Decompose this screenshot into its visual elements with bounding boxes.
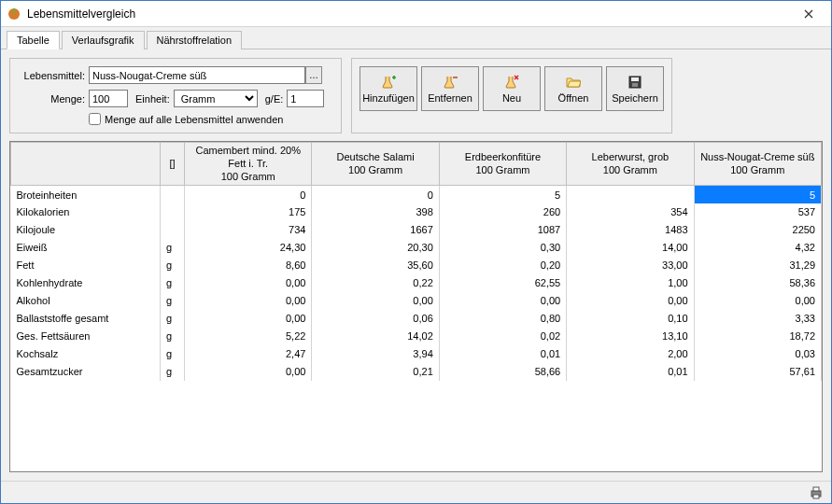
cell[interactable]: 1667 — [312, 221, 439, 239]
cell[interactable]: 3,94 — [312, 345, 439, 363]
col-1[interactable]: Deutsche Salami100 Gramm — [312, 143, 439, 186]
cell[interactable]: 0,00 — [185, 310, 312, 328]
cell[interactable]: 0,06 — [312, 310, 439, 328]
col-3[interactable]: Leberwurst, grob100 Gramm — [567, 143, 694, 186]
cell[interactable]: 0 — [312, 186, 439, 203]
table-row[interactable]: Ballaststoffe gesamtg0,000,060,800,103,3… — [11, 310, 822, 328]
cell[interactable]: 1087 — [439, 221, 566, 239]
cell[interactable]: 5,22 — [185, 328, 312, 345]
table-row[interactable]: Fettg8,6035,600,2033,0031,29 — [11, 257, 822, 274]
table-row[interactable]: Kochsalzg2,473,940,012,000,03 — [11, 345, 822, 363]
cell[interactable]: 398 — [312, 203, 439, 221]
new-label: Neu — [502, 92, 521, 104]
cell[interactable]: 2250 — [694, 221, 821, 239]
table-row[interactable]: Kohlenhydrateg0,000,2262,551,0058,36 — [11, 274, 822, 292]
cell[interactable]: 0,00 — [185, 274, 312, 292]
cell[interactable]: 0,03 — [694, 345, 821, 363]
tabstrip: Tabelle Verlaufsgrafik Nährstoffrelation — [1, 27, 831, 49]
cell[interactable]: 31,29 — [694, 257, 821, 274]
cell[interactable]: 13,10 — [567, 328, 694, 345]
cell[interactable]: 0,02 — [439, 328, 566, 345]
cell[interactable]: 1483 — [567, 221, 694, 239]
cell[interactable]: 0,00 — [567, 292, 694, 310]
apply-all-checkbox[interactable] — [89, 113, 101, 125]
tab-tabelle[interactable]: Tabelle — [7, 31, 60, 49]
row-unit — [161, 221, 185, 239]
cell[interactable]: 18,72 — [694, 328, 821, 345]
unit-select[interactable]: Gramm — [174, 90, 258, 107]
cell[interactable]: 0,21 — [312, 363, 439, 381]
cell[interactable]: 537 — [694, 203, 821, 221]
cell[interactable]: 1,00 — [567, 274, 694, 292]
print-button[interactable] — [809, 485, 824, 500]
food-label: Lebensmittel: — [20, 70, 85, 81]
food-browse-button[interactable]: … — [305, 66, 322, 84]
cell[interactable]: 57,61 — [694, 363, 821, 381]
cell[interactable]: 175 — [185, 203, 312, 221]
save-button[interactable]: Speichern — [606, 66, 664, 111]
body-area: Lebensmittel: … Menge: Einheit: Gramm g/… — [1, 49, 831, 481]
open-button[interactable]: Öffnen — [544, 66, 602, 111]
cell[interactable]: 24,30 — [185, 239, 312, 257]
nutrition-table: [] Camembert mind. 20% Fett i. Tr.100 Gr… — [10, 142, 822, 381]
cell[interactable]: 0,30 — [439, 239, 566, 257]
col-2[interactable]: Erdbeerkonfitüre100 Gramm — [439, 143, 566, 186]
new-button[interactable]: Neu — [483, 66, 541, 111]
table-row[interactable]: Gesamtzuckerg0,000,2158,660,0157,61 — [11, 363, 822, 381]
cell[interactable]: 14,02 — [312, 328, 439, 345]
cell[interactable]: 0,10 — [567, 310, 694, 328]
cell[interactable]: 260 — [439, 203, 566, 221]
table-row[interactable]: Kilojoule7341667108714832250 — [11, 221, 822, 239]
cell[interactable] — [567, 186, 694, 203]
cell[interactable]: 4,32 — [694, 239, 821, 257]
table-row[interactable]: Kilokalorien175398260354537 — [11, 203, 822, 221]
cell[interactable]: 0,01 — [439, 345, 566, 363]
ge-input[interactable] — [287, 90, 324, 107]
cell[interactable]: 20,30 — [312, 239, 439, 257]
table-row[interactable]: Broteinheiten0055 — [11, 186, 822, 203]
cell[interactable]: 0,22 — [312, 274, 439, 292]
col-rowhdr[interactable] — [11, 143, 161, 186]
cell[interactable]: 58,36 — [694, 274, 821, 292]
cell[interactable]: 8,60 — [185, 257, 312, 274]
amount-input[interactable] — [89, 90, 128, 107]
tab-naehrstoffrelation[interactable]: Nährstoffrelation — [147, 31, 243, 49]
food-panel: Lebensmittel: … Menge: Einheit: Gramm g/… — [9, 58, 342, 133]
cell[interactable]: 62,55 — [439, 274, 566, 292]
col-unit[interactable]: [] — [161, 143, 185, 186]
nutrition-table-wrap[interactable]: [] Camembert mind. 20% Fett i. Tr.100 Gr… — [9, 141, 823, 472]
table-row[interactable]: Alkoholg0,000,000,000,000,00 — [11, 292, 822, 310]
remove-button[interactable]: Entfernen — [421, 66, 479, 111]
close-button[interactable] — [790, 4, 827, 24]
cell[interactable]: 734 — [185, 221, 312, 239]
table-row[interactable]: Eiweißg24,3020,300,3014,004,32 — [11, 239, 822, 257]
cell[interactable]: 3,33 — [694, 310, 821, 328]
cell[interactable]: 5 — [694, 186, 821, 203]
tab-verlaufsgrafik[interactable]: Verlaufsgrafik — [62, 31, 145, 49]
cell[interactable]: 0,00 — [185, 292, 312, 310]
cell[interactable]: 14,00 — [567, 239, 694, 257]
row-unit: g — [161, 328, 185, 345]
cell[interactable]: 0,00 — [185, 363, 312, 381]
col-4[interactable]: Nuss-Nougat-Creme süß100 Gramm — [694, 143, 821, 186]
table-row[interactable]: Ges. Fettsäureng5,2214,020,0213,1018,72 — [11, 328, 822, 345]
app-icon — [7, 7, 21, 21]
col-0[interactable]: Camembert mind. 20% Fett i. Tr.100 Gramm — [185, 143, 312, 186]
folder-open-icon — [566, 74, 581, 91]
cell[interactable]: 0 — [185, 186, 312, 203]
cell[interactable]: 0,00 — [312, 292, 439, 310]
cell[interactable]: 0,20 — [439, 257, 566, 274]
cell[interactable]: 354 — [567, 203, 694, 221]
cell[interactable]: 0,80 — [439, 310, 566, 328]
cell[interactable]: 58,66 — [439, 363, 566, 381]
cell[interactable]: 5 — [439, 186, 566, 203]
cell[interactable]: 33,00 — [567, 257, 694, 274]
cell[interactable]: 0,01 — [567, 363, 694, 381]
cell[interactable]: 2,47 — [185, 345, 312, 363]
add-button[interactable]: Hinzufügen — [360, 66, 417, 111]
cell[interactable]: 2,00 — [567, 345, 694, 363]
cell[interactable]: 0,00 — [694, 292, 821, 310]
cell[interactable]: 35,60 — [312, 257, 439, 274]
cell[interactable]: 0,00 — [439, 292, 566, 310]
food-input[interactable] — [89, 66, 305, 84]
